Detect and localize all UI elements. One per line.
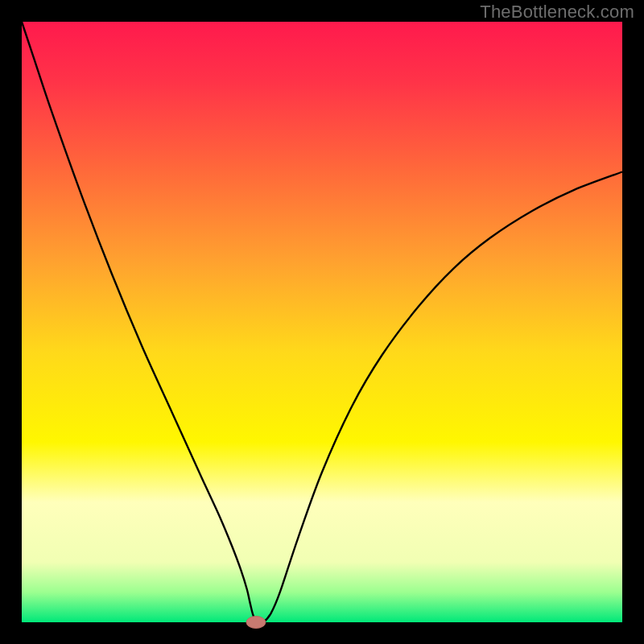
optimum-marker <box>246 617 266 629</box>
bottleneck-chart <box>0 0 644 644</box>
plot-background <box>22 22 622 622</box>
watermark-text: TheBottleneck.com <box>480 2 634 23</box>
chart-frame: TheBottleneck.com <box>0 0 644 644</box>
